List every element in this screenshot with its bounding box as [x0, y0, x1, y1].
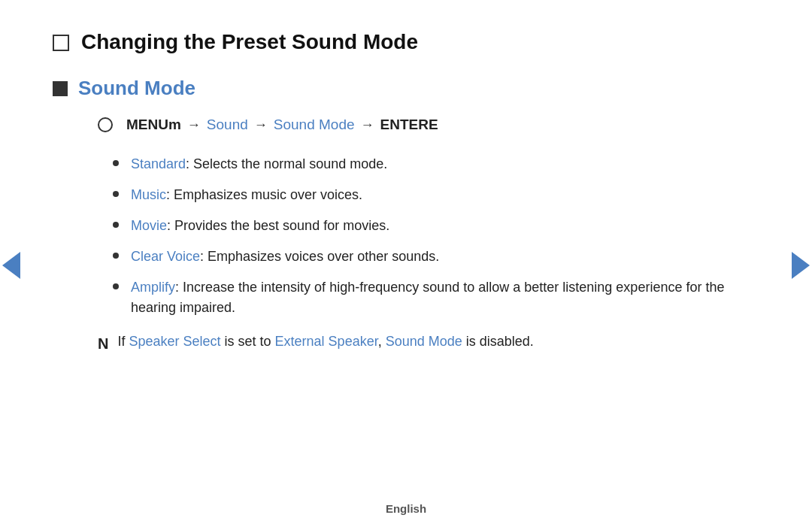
menu-path: MENUm → Sound → Sound Mode → ENTERE — [98, 117, 752, 133]
list-item: Amplify: Increase the intensity of high-… — [113, 277, 752, 318]
note-sound-mode: Sound Mode — [382, 334, 462, 349]
note-text: If Speaker Select is set to External Spe… — [117, 332, 533, 352]
menu-label: MENUm — [126, 117, 181, 133]
note-speaker-select: Speaker Select — [129, 334, 220, 349]
list-item: Clear Voice: Emphasizes voices over othe… — [113, 247, 752, 267]
bullet-list: Standard: Selects the normal sound mode.… — [113, 154, 752, 318]
right-arrow-icon — [792, 252, 810, 279]
list-item: Standard: Selects the normal sound mode. — [113, 154, 752, 174]
circle-icon — [98, 117, 113, 132]
section-heading-text: Sound Mode — [78, 77, 195, 100]
enter-label: ENTERE — [380, 117, 438, 133]
list-item-text: Movie: Provides the best sound for movie… — [131, 216, 389, 236]
bullet-dot — [113, 222, 119, 228]
section-heading: Sound Mode — [53, 77, 752, 100]
arrow-3: → — [361, 117, 374, 133]
note-text-after: is disabled. — [462, 334, 534, 349]
bullet-dot — [113, 160, 119, 166]
term-clear-voice: Clear Voice — [131, 249, 200, 264]
nav-arrow-left[interactable] — [0, 247, 23, 284]
menu-path-inner: MENUm → Sound → Sound Mode → ENTERE — [126, 117, 438, 133]
footer-label: English — [386, 502, 426, 515]
checkbox-icon — [53, 35, 69, 51]
list-item-text: Standard: Selects the normal sound mode. — [131, 154, 387, 174]
page-container: Changing the Preset Sound Mode Sound Mod… — [0, 0, 812, 385]
term-amplify: Amplify — [131, 280, 175, 295]
desc-standard: : Selects the normal sound mode. — [186, 156, 387, 171]
note-external-speaker: External Speaker — [275, 334, 378, 349]
note-text-mid: is set to — [221, 334, 275, 349]
term-music: Music — [131, 187, 166, 202]
bullet-dot — [113, 191, 119, 197]
term-movie: Movie — [131, 218, 167, 233]
list-item-text: Clear Voice: Emphasizes voices over othe… — [131, 247, 439, 267]
bullet-dot — [113, 283, 119, 289]
left-arrow-icon — [2, 252, 20, 279]
list-item-text: Amplify: Increase the intensity of high-… — [131, 277, 752, 318]
note-letter: N — [98, 332, 108, 355]
desc-clear-voice: : Emphasizes voices over other sounds. — [200, 249, 439, 264]
desc-music: : Emphasizes music over voices. — [166, 187, 362, 202]
sound-label: Sound — [207, 117, 248, 133]
term-standard: Standard — [131, 156, 186, 171]
arrow-2: → — [254, 117, 268, 133]
sound-mode-label: Sound Mode — [274, 117, 355, 133]
arrow-1: → — [187, 117, 201, 133]
desc-amplify: : Increase the intensity of high-frequen… — [131, 280, 724, 315]
list-item: Movie: Provides the best sound for movie… — [113, 216, 752, 236]
square-icon — [53, 81, 68, 96]
note-row: N If Speaker Select is set to External S… — [98, 332, 752, 355]
list-item: Music: Emphasizes music over voices. — [113, 185, 752, 205]
main-heading-text: Changing the Preset Sound Mode — [81, 30, 418, 54]
nav-arrow-right[interactable] — [789, 247, 812, 284]
main-heading: Changing the Preset Sound Mode — [53, 30, 752, 54]
list-item-text: Music: Emphasizes music over voices. — [131, 185, 362, 205]
note-text-before: If — [117, 334, 129, 349]
bullet-dot — [113, 253, 119, 259]
desc-movie: : Provides the best sound for movies. — [167, 218, 389, 233]
